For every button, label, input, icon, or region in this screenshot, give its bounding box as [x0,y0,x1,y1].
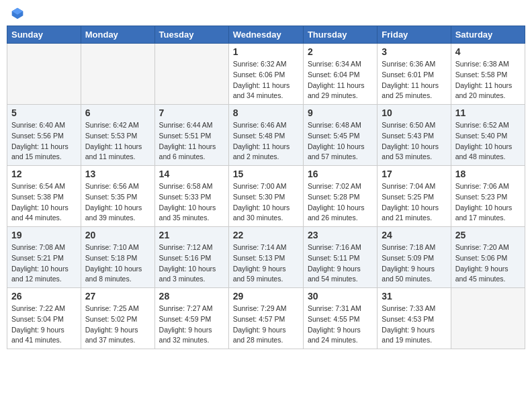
calendar-cell: 9Sunrise: 6:48 AM Sunset: 5:45 PM Daylig… [303,105,377,166]
calendar-cell: 2Sunrise: 6:34 AM Sunset: 6:04 PM Daylig… [303,44,377,105]
day-number: 22 [233,230,299,240]
logo [9,7,24,20]
calendar-cell: 18Sunrise: 7:06 AM Sunset: 5:23 PM Dayli… [451,166,525,227]
day-info: Sunrise: 6:52 AM Sunset: 5:40 PM Dayligh… [455,120,521,163]
day-info: Sunrise: 6:36 AM Sunset: 6:01 PM Dayligh… [382,59,446,101]
calendar-cell: 17Sunrise: 7:04 AM Sunset: 5:25 PM Dayli… [378,166,451,227]
calendar-cell: 25Sunrise: 7:20 AM Sunset: 5:06 PM Dayli… [451,227,525,288]
day-number: 6 [85,107,150,118]
day-info: Sunrise: 7:22 AM Sunset: 5:04 PM Dayligh… [11,304,77,346]
calendar-cell [451,288,525,349]
week-row-2: 5Sunrise: 6:40 AM Sunset: 5:56 PM Daylig… [7,105,525,166]
day-info: Sunrise: 7:25 AM Sunset: 5:02 PM Dayligh… [85,304,150,346]
day-info: Sunrise: 6:42 AM Sunset: 5:53 PM Dayligh… [85,120,150,163]
day-info: Sunrise: 6:40 AM Sunset: 5:56 PM Dayligh… [11,120,77,163]
calendar-cell: 23Sunrise: 7:16 AM Sunset: 5:11 PM Dayli… [303,227,377,288]
calendar-cell: 27Sunrise: 7:25 AM Sunset: 5:02 PM Dayli… [81,288,154,349]
day-number: 23 [308,230,373,240]
day-info: Sunrise: 7:29 AM Sunset: 4:57 PM Dayligh… [233,304,299,346]
weekday-header-row: SundayMondayTuesdayWednesdayThursdayFrid… [7,26,525,44]
day-info: Sunrise: 7:04 AM Sunset: 5:25 PM Dayligh… [382,181,446,224]
day-number: 16 [308,169,373,179]
day-number: 14 [159,169,224,179]
week-row-1: 1Sunrise: 6:32 AM Sunset: 6:06 PM Daylig… [7,44,525,105]
header-sunday: Sunday [7,26,81,44]
calendar-cell: 3Sunrise: 6:36 AM Sunset: 6:01 PM Daylig… [378,44,451,105]
day-number: 15 [233,169,299,179]
page-header [7,7,525,20]
day-number: 18 [455,169,521,179]
calendar-cell: 7Sunrise: 6:44 AM Sunset: 5:51 PM Daylig… [154,105,228,166]
day-info: Sunrise: 6:54 AM Sunset: 5:38 PM Dayligh… [11,181,77,224]
day-number: 29 [233,291,299,302]
calendar-cell [7,44,81,105]
day-number: 20 [85,230,150,240]
header-wednesday: Wednesday [228,26,303,44]
day-number: 2 [308,46,373,57]
day-info: Sunrise: 6:34 AM Sunset: 6:04 PM Dayligh… [308,59,373,101]
header-friday: Friday [378,26,451,44]
calendar-cell: 15Sunrise: 7:00 AM Sunset: 5:30 PM Dayli… [228,166,303,227]
day-number: 31 [382,291,446,302]
day-number: 4 [455,46,521,57]
day-info: Sunrise: 7:06 AM Sunset: 5:23 PM Dayligh… [455,181,521,224]
calendar-cell: 26Sunrise: 7:22 AM Sunset: 5:04 PM Dayli… [7,288,81,349]
logo-icon [11,7,24,20]
week-row-3: 12Sunrise: 6:54 AM Sunset: 5:38 PM Dayli… [7,166,525,227]
day-info: Sunrise: 6:50 AM Sunset: 5:43 PM Dayligh… [382,120,446,163]
calendar-cell: 20Sunrise: 7:10 AM Sunset: 5:18 PM Dayli… [81,227,154,288]
calendar-cell: 21Sunrise: 7:12 AM Sunset: 5:16 PM Dayli… [154,227,228,288]
day-info: Sunrise: 6:58 AM Sunset: 5:33 PM Dayligh… [159,181,224,224]
day-number: 21 [159,230,224,240]
day-info: Sunrise: 7:10 AM Sunset: 5:18 PM Dayligh… [85,242,150,285]
week-row-4: 19Sunrise: 7:08 AM Sunset: 5:21 PM Dayli… [7,227,525,288]
day-info: Sunrise: 7:08 AM Sunset: 5:21 PM Dayligh… [11,242,77,285]
calendar-cell: 8Sunrise: 6:46 AM Sunset: 5:48 PM Daylig… [228,105,303,166]
day-info: Sunrise: 6:48 AM Sunset: 5:45 PM Dayligh… [308,120,373,163]
calendar-cell [154,44,228,105]
day-info: Sunrise: 6:46 AM Sunset: 5:48 PM Dayligh… [233,120,299,163]
calendar-cell: 24Sunrise: 7:18 AM Sunset: 5:09 PM Dayli… [378,227,451,288]
day-info: Sunrise: 6:56 AM Sunset: 5:35 PM Dayligh… [85,181,150,224]
day-number: 5 [11,107,77,118]
day-info: Sunrise: 7:20 AM Sunset: 5:06 PM Dayligh… [455,242,521,285]
calendar-cell: 12Sunrise: 6:54 AM Sunset: 5:38 PM Dayli… [7,166,81,227]
day-number: 1 [233,46,299,57]
day-info: Sunrise: 7:18 AM Sunset: 5:09 PM Dayligh… [382,242,446,285]
day-number: 7 [159,107,224,118]
day-number: 3 [382,46,446,57]
day-number: 12 [11,169,77,179]
day-number: 11 [455,107,521,118]
day-info: Sunrise: 7:33 AM Sunset: 4:53 PM Dayligh… [382,304,446,346]
day-number: 28 [159,291,224,302]
calendar-cell: 31Sunrise: 7:33 AM Sunset: 4:53 PM Dayli… [378,288,451,349]
header-thursday: Thursday [303,26,377,44]
day-number: 13 [85,169,150,179]
calendar-cell: 22Sunrise: 7:14 AM Sunset: 5:13 PM Dayli… [228,227,303,288]
day-info: Sunrise: 6:38 AM Sunset: 5:58 PM Dayligh… [455,59,521,101]
day-number: 25 [455,230,521,240]
calendar-cell: 29Sunrise: 7:29 AM Sunset: 4:57 PM Dayli… [228,288,303,349]
calendar-cell: 11Sunrise: 6:52 AM Sunset: 5:40 PM Dayli… [451,105,525,166]
day-info: Sunrise: 7:31 AM Sunset: 4:55 PM Dayligh… [308,304,373,346]
day-number: 9 [308,107,373,118]
day-info: Sunrise: 7:14 AM Sunset: 5:13 PM Dayligh… [233,242,299,285]
calendar-cell: 13Sunrise: 6:56 AM Sunset: 5:35 PM Dayli… [81,166,154,227]
day-number: 8 [233,107,299,118]
day-info: Sunrise: 7:02 AM Sunset: 5:28 PM Dayligh… [308,181,373,224]
week-row-5: 26Sunrise: 7:22 AM Sunset: 5:04 PM Dayli… [7,288,525,349]
calendar-cell: 4Sunrise: 6:38 AM Sunset: 5:58 PM Daylig… [451,44,525,105]
day-number: 26 [11,291,77,302]
day-number: 30 [308,291,373,302]
day-info: Sunrise: 6:32 AM Sunset: 6:06 PM Dayligh… [233,59,299,101]
day-info: Sunrise: 7:00 AM Sunset: 5:30 PM Dayligh… [233,181,299,224]
day-number: 19 [11,230,77,240]
calendar-cell: 30Sunrise: 7:31 AM Sunset: 4:55 PM Dayli… [303,288,377,349]
calendar-table: SundayMondayTuesdayWednesdayThursdayFrid… [7,26,525,349]
calendar-cell: 10Sunrise: 6:50 AM Sunset: 5:43 PM Dayli… [378,105,451,166]
calendar-cell: 5Sunrise: 6:40 AM Sunset: 5:56 PM Daylig… [7,105,81,166]
day-number: 17 [382,169,446,179]
header-saturday: Saturday [451,26,525,44]
day-number: 24 [382,230,446,240]
calendar-cell: 28Sunrise: 7:27 AM Sunset: 4:59 PM Dayli… [154,288,228,349]
